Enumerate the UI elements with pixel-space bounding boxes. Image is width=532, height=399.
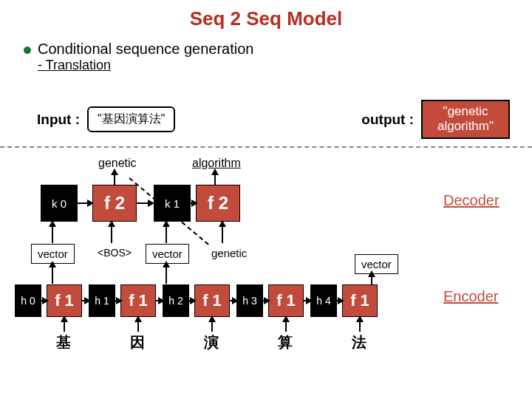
cjk-5: 法 bbox=[352, 332, 366, 352]
bullet-row: Conditional sequence generation bbox=[24, 41, 532, 58]
cjk-2: 因 bbox=[130, 332, 145, 352]
f2-box-2: f 2 bbox=[196, 185, 240, 222]
title: Seq 2 Seq Model bbox=[0, 7, 532, 30]
f2-box-1: f 2 bbox=[92, 185, 137, 222]
bos-box: <BOS> bbox=[93, 244, 136, 262]
output-line1: "genetic bbox=[437, 104, 494, 119]
diagram: genetic algorithm k 0 f 2 k 1 f 2 Decode… bbox=[0, 155, 532, 392]
input-box: "基因演算法" bbox=[87, 106, 175, 132]
output-label: output : bbox=[361, 112, 414, 128]
cjk-3: 演 bbox=[204, 332, 219, 352]
divider-dashed bbox=[0, 146, 532, 148]
vector-box-3: vector bbox=[355, 254, 398, 274]
encoder-label: Encoder bbox=[443, 288, 499, 305]
decoder-label: Decoder bbox=[443, 192, 499, 209]
f1-box-1: f 1 bbox=[47, 284, 82, 317]
cjk-4: 算 bbox=[278, 332, 293, 352]
h2-box: h 2 bbox=[163, 284, 189, 317]
f1-box-5: f 1 bbox=[342, 284, 378, 317]
h3-box: h 3 bbox=[236, 284, 263, 317]
output-line2: algorithm" bbox=[437, 119, 494, 134]
k0-box: k 0 bbox=[41, 185, 78, 222]
bullet-text: Conditional sequence generation bbox=[38, 41, 253, 58]
h1-box: h 1 bbox=[89, 284, 115, 317]
input-label: Input : bbox=[37, 112, 80, 128]
h4-box: h 4 bbox=[310, 284, 337, 317]
h0-box: h 0 bbox=[15, 284, 41, 317]
f1-box-4: f 1 bbox=[268, 284, 304, 317]
output-box: "genetic algorithm" bbox=[421, 100, 510, 139]
f1-box-2: f 1 bbox=[120, 284, 156, 317]
sub-text: - Translation bbox=[38, 58, 532, 73]
f1-box-3: f 1 bbox=[194, 284, 230, 317]
genetic-in-box: genetic bbox=[205, 244, 253, 262]
cjk-1: 基 bbox=[56, 332, 71, 352]
io-row: Input : "基因演算法" output : "genetic algori… bbox=[37, 100, 510, 139]
bullet-icon bbox=[24, 47, 31, 54]
